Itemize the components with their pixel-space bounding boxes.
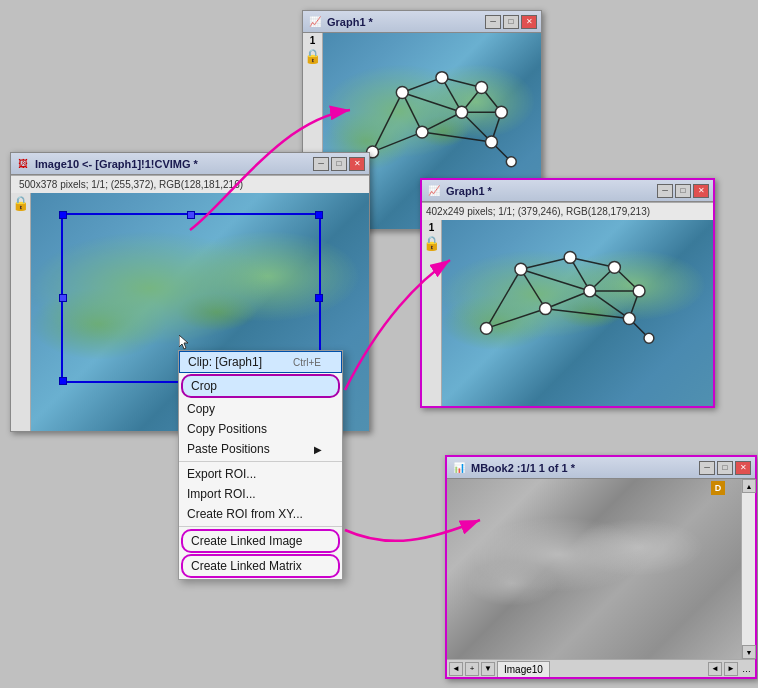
mbook2-window: 📊 MBook2 :1/1 1 of 1 * ─ □ ✕ D ▲ ▼ ◄ +: [445, 455, 757, 679]
svg-line-38: [486, 269, 520, 328]
svg-point-45: [540, 303, 552, 315]
svg-point-44: [584, 285, 596, 297]
image10-lock-icon: 🔒: [12, 195, 29, 211]
svg-point-15: [396, 87, 408, 99]
graph1-front-lock-icon: 🔒: [423, 235, 440, 251]
graph1-back-titlebar: 📈 Graph1 * ─ □ ✕: [303, 11, 541, 33]
menu-item-import-roi-label: Import ROI...: [187, 487, 256, 501]
mbook2-tab-ellipsis: …: [740, 664, 753, 674]
mbook2-icon: 📊: [451, 460, 467, 476]
mbook2-image-area: D: [447, 479, 741, 659]
image10-minimize[interactable]: ─: [313, 157, 329, 171]
svg-point-19: [456, 106, 468, 118]
mbook2-tab-v[interactable]: ▼: [481, 662, 495, 676]
graph1-front-close[interactable]: ✕: [693, 184, 709, 198]
menu-item-create-roi-from-xy[interactable]: Create ROI from XY...: [179, 504, 342, 524]
menu-item-create-linked-matrix-label: Create Linked Matrix: [191, 559, 302, 573]
svg-line-28: [570, 257, 614, 267]
graph1-front-map: [442, 220, 713, 406]
menu-item-clip-label: Clip: [Graph1]: [188, 355, 262, 369]
svg-point-43: [633, 285, 645, 297]
svg-line-14: [373, 132, 423, 152]
image10-status-bar: 500x378 pixels; 1/1; (255,372), RGB(128,…: [11, 175, 369, 193]
image10-controls: ─ □ ✕: [313, 157, 365, 171]
svg-point-46: [623, 313, 635, 325]
graph1-back-maximize[interactable]: □: [503, 15, 519, 29]
mbook2-title: MBook2 :1/1 1 of 1 *: [471, 462, 695, 474]
mbook2-map: [447, 479, 741, 659]
graph1-front-status: 402x249 pixels; 1/1; (379,246), RGB(128,…: [426, 206, 650, 217]
graph1-front-window: 📈 Graph1 * ─ □ ✕ 402x249 pixels; 1/1; (3…: [420, 178, 715, 408]
image10-titlebar: 🖼 Image10 <- [Graph1]!1!CVIMG * ─ □ ✕: [11, 153, 369, 175]
mbook2-close[interactable]: ✕: [735, 461, 751, 475]
menu-item-create-linked-image[interactable]: Create Linked Image: [181, 529, 340, 553]
graph1-front-maximize[interactable]: □: [675, 184, 691, 198]
roi-handle-tr[interactable]: [315, 211, 323, 219]
svg-point-47: [644, 333, 654, 343]
roi-handle-ml[interactable]: [59, 294, 67, 302]
svg-point-41: [564, 252, 576, 264]
graph1-back-minimize[interactable]: ─: [485, 15, 501, 29]
menu-item-copy[interactable]: Copy: [179, 399, 342, 419]
menu-item-clip[interactable]: Clip: [Graph1] Ctrl+E: [179, 351, 342, 373]
mbook2-tab-prev[interactable]: ◄: [449, 662, 463, 676]
menu-item-crop[interactable]: Crop: [181, 374, 340, 398]
menu-separator-2: [179, 526, 342, 527]
mbook2-tab-right[interactable]: ►: [724, 662, 738, 676]
graph1-back-icon: 📈: [307, 14, 323, 30]
menu-item-import-roi[interactable]: Import ROI...: [179, 484, 342, 504]
graph1-front-icon: 📈: [426, 183, 442, 199]
image10-maximize[interactable]: □: [331, 157, 347, 171]
menu-item-export-roi-label: Export ROI...: [187, 467, 256, 481]
svg-point-40: [515, 263, 527, 275]
mbook2-controls: ─ □ ✕: [699, 461, 751, 475]
graph1-front-network: [442, 220, 713, 392]
graph1-front-minimize[interactable]: ─: [657, 184, 673, 198]
svg-line-11: [422, 132, 491, 142]
menu-item-paste-positions-arrow: ▶: [314, 444, 322, 455]
svg-marker-24: [179, 335, 188, 349]
menu-item-paste-positions[interactable]: Paste Positions ▶: [179, 439, 342, 459]
image10-status: 500x378 pixels; 1/1; (255,372), RGB(128,…: [15, 177, 247, 192]
image10-close[interactable]: ✕: [349, 157, 365, 171]
image10-icon: 🖼: [15, 156, 31, 172]
mbook2-titlebar: 📊 MBook2 :1/1 1 of 1 * ─ □ ✕: [447, 457, 755, 479]
graph1-back-close[interactable]: ✕: [521, 15, 537, 29]
graph1-front-sidebar-num: 1: [429, 222, 435, 233]
graph1-back-lock-icon: 🔒: [304, 48, 321, 64]
mbook2-scroll-up[interactable]: ▲: [742, 479, 756, 493]
graph1-front-controls: ─ □ ✕: [657, 184, 709, 198]
context-menu: Clip: [Graph1] Ctrl+E Crop Copy Copy Pos…: [178, 350, 343, 580]
menu-item-create-linked-matrix[interactable]: Create Linked Matrix: [181, 554, 340, 578]
roi-handle-tc[interactable]: [187, 211, 195, 219]
mouse-cursor: [179, 335, 191, 347]
mbook2-tab-bar: ◄ + ▼ Image10 ◄ ► …: [447, 659, 755, 677]
svg-point-21: [486, 136, 498, 148]
mbook2-tab-left[interactable]: ◄: [708, 662, 722, 676]
menu-item-copy-label: Copy: [187, 402, 215, 416]
mbook2-minimize[interactable]: ─: [699, 461, 715, 475]
image10-title: Image10 <- [Graph1]!1!CVIMG *: [35, 158, 309, 170]
mbook2-scrollbar[interactable]: ▲ ▼: [741, 479, 755, 659]
svg-point-20: [416, 126, 428, 138]
graph1-back-controls: ─ □ ✕: [485, 15, 537, 29]
roi-handle-bl[interactable]: [59, 377, 67, 385]
mbook2-scroll-down[interactable]: ▼: [742, 645, 756, 659]
menu-item-export-roi[interactable]: Export ROI...: [179, 464, 342, 484]
svg-line-25: [521, 257, 570, 269]
roi-handle-tl[interactable]: [59, 211, 67, 219]
graph1-front-sidebar: 1 🔒: [422, 220, 442, 406]
menu-item-copy-positions[interactable]: Copy Positions: [179, 419, 342, 439]
mbook2-tab-image10[interactable]: Image10: [497, 661, 550, 677]
menu-item-create-roi-from-xy-label: Create ROI from XY...: [187, 507, 303, 521]
svg-point-17: [476, 82, 488, 94]
svg-point-22: [506, 157, 516, 167]
menu-separator-1: [179, 461, 342, 462]
mbook2-maximize[interactable]: □: [717, 461, 733, 475]
svg-line-35: [545, 291, 589, 309]
roi-handle-mr[interactable]: [315, 294, 323, 302]
graph1-front-status-bar: 402x249 pixels; 1/1; (379,246), RGB(128,…: [422, 202, 713, 220]
graph1-front-titlebar: 📈 Graph1 * ─ □ ✕: [422, 180, 713, 202]
image10-sidebar: 🔒: [11, 193, 31, 431]
mbook2-tab-next-minus[interactable]: +: [465, 662, 479, 676]
